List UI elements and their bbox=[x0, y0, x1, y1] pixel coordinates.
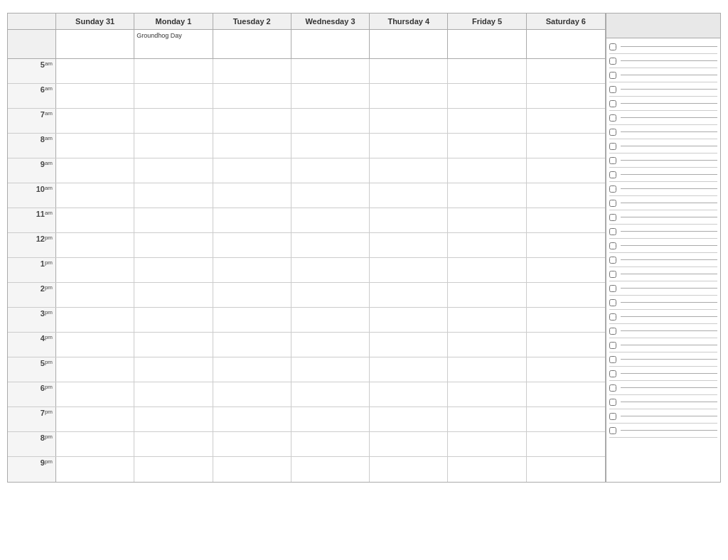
day-cell-14-5[interactable] bbox=[448, 407, 526, 431]
day-cell-9-0[interactable] bbox=[56, 283, 134, 307]
todo-checkbox[interactable] bbox=[609, 399, 616, 406]
day-cell-7-3[interactable] bbox=[291, 233, 370, 257]
todo-checkbox[interactable] bbox=[609, 43, 616, 50]
day-cell-15-0[interactable] bbox=[56, 432, 134, 456]
day-cell-2-3[interactable] bbox=[291, 109, 370, 133]
todo-checkbox[interactable] bbox=[609, 328, 616, 335]
todo-checkbox[interactable] bbox=[609, 129, 616, 136]
allday-cell-1[interactable]: Groundhog Day bbox=[134, 30, 213, 58]
day-cell-6-2[interactable] bbox=[213, 208, 291, 232]
todo-checkbox[interactable] bbox=[609, 384, 616, 392]
day-cell-6-5[interactable] bbox=[448, 208, 526, 232]
day-cell-15-6[interactable] bbox=[527, 432, 605, 456]
day-cell-11-1[interactable] bbox=[134, 333, 213, 357]
day-cell-8-1[interactable] bbox=[134, 258, 213, 282]
day-cell-15-4[interactable] bbox=[370, 432, 448, 456]
day-cell-4-6[interactable] bbox=[527, 158, 605, 183]
day-cell-12-3[interactable] bbox=[291, 357, 370, 382]
day-cell-1-1[interactable] bbox=[134, 84, 213, 108]
day-cell-14-3[interactable] bbox=[291, 407, 370, 431]
day-cell-12-2[interactable] bbox=[213, 357, 291, 382]
day-cell-5-1[interactable] bbox=[134, 183, 213, 208]
allday-cell-2[interactable] bbox=[213, 30, 291, 58]
day-cell-7-0[interactable] bbox=[56, 233, 134, 257]
todo-checkbox[interactable] bbox=[609, 143, 616, 150]
day-cell-16-0[interactable] bbox=[56, 457, 134, 482]
todo-checkbox[interactable] bbox=[609, 58, 616, 65]
day-cell-3-1[interactable] bbox=[134, 134, 213, 158]
day-cell-12-5[interactable] bbox=[448, 357, 526, 382]
day-cell-10-4[interactable] bbox=[370, 308, 448, 332]
todo-checkbox[interactable] bbox=[609, 370, 616, 377]
day-cell-6-6[interactable] bbox=[527, 208, 605, 232]
day-cell-16-1[interactable] bbox=[134, 457, 213, 482]
day-cell-13-1[interactable] bbox=[134, 382, 213, 406]
todo-checkbox[interactable] bbox=[609, 313, 616, 321]
todo-checkbox[interactable] bbox=[609, 171, 616, 178]
day-cell-8-2[interactable] bbox=[213, 258, 291, 282]
day-cell-3-5[interactable] bbox=[448, 134, 526, 158]
day-cell-9-3[interactable] bbox=[291, 283, 370, 307]
todo-checkbox[interactable] bbox=[609, 157, 616, 164]
todo-checkbox[interactable] bbox=[609, 342, 616, 349]
day-cell-10-0[interactable] bbox=[56, 308, 134, 332]
todo-checkbox[interactable] bbox=[609, 285, 616, 292]
day-cell-10-1[interactable] bbox=[134, 308, 213, 332]
day-cell-0-2[interactable] bbox=[213, 59, 291, 83]
day-cell-6-3[interactable] bbox=[291, 208, 370, 232]
day-cell-12-6[interactable] bbox=[527, 357, 605, 382]
allday-cell-4[interactable] bbox=[370, 30, 448, 58]
day-cell-10-3[interactable] bbox=[291, 308, 370, 332]
day-cell-1-0[interactable] bbox=[56, 84, 134, 108]
day-cell-8-5[interactable] bbox=[448, 258, 526, 282]
day-cell-4-0[interactable] bbox=[56, 158, 134, 183]
todo-checkbox[interactable] bbox=[609, 299, 616, 306]
day-cell-4-3[interactable] bbox=[291, 158, 370, 183]
day-cell-2-1[interactable] bbox=[134, 109, 213, 133]
day-cell-12-0[interactable] bbox=[56, 357, 134, 382]
day-cell-11-2[interactable] bbox=[213, 333, 291, 357]
allday-cell-0[interactable] bbox=[56, 30, 134, 58]
day-cell-16-3[interactable] bbox=[291, 457, 370, 482]
day-cell-5-2[interactable] bbox=[213, 183, 291, 208]
todo-checkbox[interactable] bbox=[609, 100, 616, 107]
day-cell-16-2[interactable] bbox=[213, 457, 291, 482]
day-cell-2-4[interactable] bbox=[370, 109, 448, 133]
day-cell-14-1[interactable] bbox=[134, 407, 213, 431]
day-cell-14-6[interactable] bbox=[527, 407, 605, 431]
day-cell-13-6[interactable] bbox=[527, 382, 605, 406]
day-cell-11-0[interactable] bbox=[56, 333, 134, 357]
todo-checkbox[interactable] bbox=[609, 228, 616, 235]
todo-checkbox[interactable] bbox=[609, 200, 616, 207]
day-cell-3-4[interactable] bbox=[370, 134, 448, 158]
day-cell-14-4[interactable] bbox=[370, 407, 448, 431]
day-cell-4-5[interactable] bbox=[448, 158, 526, 183]
day-cell-16-4[interactable] bbox=[370, 457, 448, 482]
day-cell-5-3[interactable] bbox=[291, 183, 370, 208]
day-cell-3-2[interactable] bbox=[213, 134, 291, 158]
day-cell-1-6[interactable] bbox=[527, 84, 605, 108]
day-cell-16-6[interactable] bbox=[527, 457, 605, 482]
todo-checkbox[interactable] bbox=[609, 214, 616, 221]
day-cell-5-0[interactable] bbox=[56, 183, 134, 208]
day-cell-9-4[interactable] bbox=[370, 283, 448, 307]
day-cell-13-3[interactable] bbox=[291, 382, 370, 406]
day-cell-14-0[interactable] bbox=[56, 407, 134, 431]
day-cell-1-5[interactable] bbox=[448, 84, 526, 108]
todo-checkbox[interactable] bbox=[609, 72, 616, 79]
day-cell-7-5[interactable] bbox=[448, 233, 526, 257]
todo-checkbox[interactable] bbox=[609, 271, 616, 278]
day-cell-5-5[interactable] bbox=[448, 183, 526, 208]
day-cell-3-3[interactable] bbox=[291, 134, 370, 158]
allday-cell-3[interactable] bbox=[291, 30, 370, 58]
day-cell-10-5[interactable] bbox=[448, 308, 526, 332]
allday-cell-6[interactable] bbox=[527, 30, 605, 58]
day-cell-0-3[interactable] bbox=[291, 59, 370, 83]
day-cell-11-3[interactable] bbox=[291, 333, 370, 357]
todo-checkbox[interactable] bbox=[609, 114, 616, 122]
day-cell-7-4[interactable] bbox=[370, 233, 448, 257]
day-cell-14-2[interactable] bbox=[213, 407, 291, 431]
todo-checkbox[interactable] bbox=[609, 427, 616, 434]
day-cell-15-2[interactable] bbox=[213, 432, 291, 456]
day-cell-2-2[interactable] bbox=[213, 109, 291, 133]
